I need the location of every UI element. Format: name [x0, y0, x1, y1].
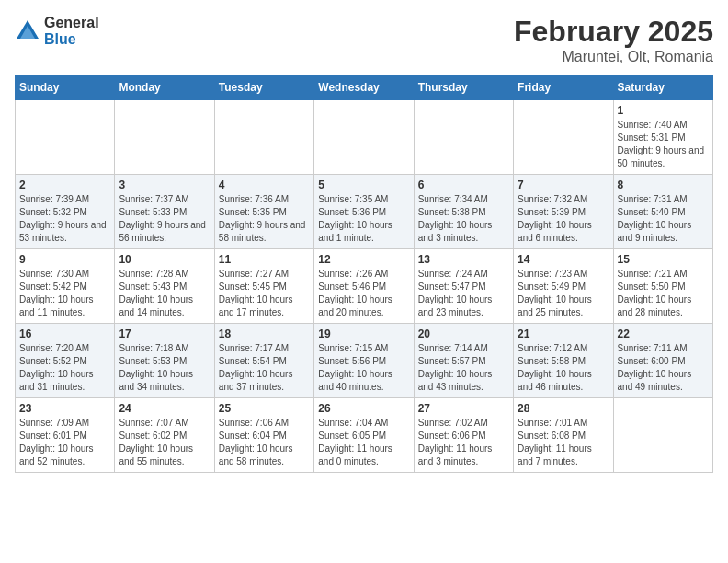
day-number: 19 [318, 327, 409, 340]
calendar-cell: 16Sunrise: 7:20 AM Sunset: 5:52 PM Dayli… [16, 324, 115, 398]
calendar-cell: 3Sunrise: 7:37 AM Sunset: 5:33 PM Daylig… [115, 175, 214, 249]
calendar-cell: 18Sunrise: 7:17 AM Sunset: 5:54 PM Dayli… [214, 324, 313, 398]
calendar-cell: 14Sunrise: 7:23 AM Sunset: 5:49 PM Dayli… [514, 249, 613, 324]
calendar-cell: 11Sunrise: 7:27 AM Sunset: 5:45 PM Dayli… [214, 249, 313, 324]
weekday-header-thursday: Thursday [414, 75, 513, 100]
calendar-cell: 10Sunrise: 7:28 AM Sunset: 5:43 PM Dayli… [115, 249, 214, 324]
calendar-cell: 24Sunrise: 7:07 AM Sunset: 6:02 PM Dayli… [115, 398, 214, 473]
day-info: Sunrise: 7:01 AM Sunset: 6:08 PM Dayligh… [518, 417, 609, 468]
week-row-4: 16Sunrise: 7:20 AM Sunset: 5:52 PM Dayli… [16, 324, 713, 398]
calendar-cell: 12Sunrise: 7:26 AM Sunset: 5:46 PM Dayli… [314, 249, 414, 324]
day-number: 23 [19, 402, 110, 415]
day-number: 21 [518, 327, 609, 340]
week-row-3: 9Sunrise: 7:30 AM Sunset: 5:42 PM Daylig… [16, 249, 713, 324]
day-info: Sunrise: 7:18 AM Sunset: 5:53 PM Dayligh… [119, 342, 210, 394]
week-row-5: 23Sunrise: 7:09 AM Sunset: 6:01 PM Dayli… [16, 398, 713, 473]
week-row-2: 2Sunrise: 7:39 AM Sunset: 5:32 PM Daylig… [16, 175, 713, 249]
logo-text: General Blue [44, 15, 99, 47]
day-info: Sunrise: 7:07 AM Sunset: 6:02 PM Dayligh… [119, 417, 210, 468]
calendar-cell: 13Sunrise: 7:24 AM Sunset: 5:47 PM Dayli… [414, 249, 513, 324]
day-number: 5 [318, 178, 409, 191]
calendar-cell: 9Sunrise: 7:30 AM Sunset: 5:42 PM Daylig… [16, 249, 115, 324]
day-info: Sunrise: 7:36 AM Sunset: 5:35 PM Dayligh… [219, 193, 310, 245]
calendar-cell [514, 100, 613, 175]
day-info: Sunrise: 7:02 AM Sunset: 6:06 PM Dayligh… [418, 417, 509, 468]
header: General Blue February 2025 Maruntei, Olt… [15, 15, 713, 65]
day-number: 22 [618, 327, 709, 340]
day-number: 2 [19, 178, 110, 191]
day-number: 26 [318, 402, 409, 415]
day-number: 11 [219, 253, 310, 266]
day-number: 14 [518, 253, 609, 266]
weekday-header-saturday: Saturday [613, 75, 712, 100]
calendar-cell [16, 100, 115, 175]
day-info: Sunrise: 7:06 AM Sunset: 6:04 PM Dayligh… [219, 417, 310, 468]
calendar-cell: 26Sunrise: 7:04 AM Sunset: 6:05 PM Dayli… [314, 398, 414, 473]
calendar-table: SundayMondayTuesdayWednesdayThursdayFrid… [15, 75, 713, 473]
calendar-cell: 7Sunrise: 7:32 AM Sunset: 5:39 PM Daylig… [514, 175, 613, 249]
day-number: 3 [119, 178, 210, 191]
day-info: Sunrise: 7:17 AM Sunset: 5:54 PM Dayligh… [219, 342, 310, 394]
calendar-cell: 17Sunrise: 7:18 AM Sunset: 5:53 PM Dayli… [115, 324, 214, 398]
weekday-header-row: SundayMondayTuesdayWednesdayThursdayFrid… [16, 75, 713, 100]
calendar-cell [414, 100, 513, 175]
calendar-cell [613, 398, 712, 473]
calendar-cell [214, 100, 313, 175]
logo-icon [15, 18, 40, 44]
logo-blue-label: Blue [44, 31, 99, 48]
calendar-cell: 25Sunrise: 7:06 AM Sunset: 6:04 PM Dayli… [214, 398, 313, 473]
day-info: Sunrise: 7:35 AM Sunset: 5:36 PM Dayligh… [318, 193, 409, 245]
day-info: Sunrise: 7:24 AM Sunset: 5:47 PM Dayligh… [418, 268, 509, 319]
day-info: Sunrise: 7:23 AM Sunset: 5:49 PM Dayligh… [518, 268, 609, 319]
logo: General Blue [15, 15, 99, 47]
calendar-cell: 19Sunrise: 7:15 AM Sunset: 5:56 PM Dayli… [314, 324, 414, 398]
calendar-cell: 20Sunrise: 7:14 AM Sunset: 5:57 PM Dayli… [414, 324, 513, 398]
calendar-cell: 6Sunrise: 7:34 AM Sunset: 5:38 PM Daylig… [414, 175, 513, 249]
day-info: Sunrise: 7:09 AM Sunset: 6:01 PM Dayligh… [19, 417, 110, 468]
weekday-header-tuesday: Tuesday [214, 75, 313, 100]
calendar-cell [314, 100, 414, 175]
day-number: 28 [518, 402, 609, 415]
day-number: 1 [618, 104, 709, 117]
day-number: 13 [418, 253, 509, 266]
day-info: Sunrise: 7:39 AM Sunset: 5:32 PM Dayligh… [19, 193, 110, 245]
day-number: 27 [418, 402, 509, 415]
calendar-cell [115, 100, 214, 175]
day-number: 7 [518, 178, 609, 191]
day-info: Sunrise: 7:12 AM Sunset: 5:58 PM Dayligh… [518, 342, 609, 394]
day-number: 24 [119, 402, 210, 415]
day-number: 17 [119, 327, 210, 340]
calendar-cell: 1Sunrise: 7:40 AM Sunset: 5:31 PM Daylig… [613, 100, 712, 175]
weekday-header-sunday: Sunday [16, 75, 115, 100]
day-info: Sunrise: 7:14 AM Sunset: 5:57 PM Dayligh… [418, 342, 509, 394]
day-number: 4 [219, 178, 310, 191]
weekday-header-friday: Friday [514, 75, 613, 100]
week-row-1: 1Sunrise: 7:40 AM Sunset: 5:31 PM Daylig… [16, 100, 713, 175]
day-number: 8 [618, 178, 709, 191]
day-info: Sunrise: 7:11 AM Sunset: 6:00 PM Dayligh… [618, 342, 709, 394]
day-number: 18 [219, 327, 310, 340]
day-info: Sunrise: 7:04 AM Sunset: 6:05 PM Dayligh… [318, 417, 409, 468]
calendar-cell: 8Sunrise: 7:31 AM Sunset: 5:40 PM Daylig… [613, 175, 712, 249]
day-number: 25 [219, 402, 310, 415]
day-info: Sunrise: 7:27 AM Sunset: 5:45 PM Dayligh… [219, 268, 310, 319]
day-number: 12 [318, 253, 409, 266]
title-area: February 2025 Maruntei, Olt, Romania [514, 15, 713, 65]
day-number: 10 [119, 253, 210, 266]
calendar-cell: 4Sunrise: 7:36 AM Sunset: 5:35 PM Daylig… [214, 175, 313, 249]
calendar-cell: 22Sunrise: 7:11 AM Sunset: 6:00 PM Dayli… [613, 324, 712, 398]
day-info: Sunrise: 7:31 AM Sunset: 5:40 PM Dayligh… [618, 193, 709, 245]
day-info: Sunrise: 7:34 AM Sunset: 5:38 PM Dayligh… [418, 193, 509, 245]
day-number: 9 [19, 253, 110, 266]
day-info: Sunrise: 7:20 AM Sunset: 5:52 PM Dayligh… [19, 342, 110, 394]
day-number: 16 [19, 327, 110, 340]
calendar-cell: 5Sunrise: 7:35 AM Sunset: 5:36 PM Daylig… [314, 175, 414, 249]
weekday-header-wednesday: Wednesday [314, 75, 414, 100]
day-info: Sunrise: 7:28 AM Sunset: 5:43 PM Dayligh… [119, 268, 210, 319]
day-info: Sunrise: 7:21 AM Sunset: 5:50 PM Dayligh… [618, 268, 709, 319]
month-title: February 2025 [514, 15, 713, 49]
logo-general-label: General [44, 15, 99, 31]
calendar-cell: 23Sunrise: 7:09 AM Sunset: 6:01 PM Dayli… [16, 398, 115, 473]
day-number: 6 [418, 178, 509, 191]
day-info: Sunrise: 7:40 AM Sunset: 5:31 PM Dayligh… [618, 119, 709, 170]
